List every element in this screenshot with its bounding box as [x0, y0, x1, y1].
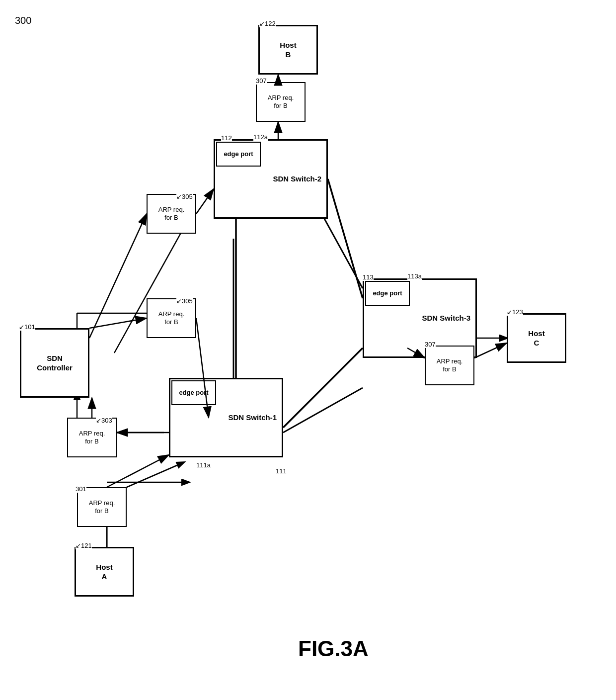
svg-line-20 [89, 318, 147, 328]
svg-line-27 [328, 179, 363, 298]
sdn-controller-box: SDNController [20, 328, 89, 398]
ref-111a: 111a [196, 461, 211, 469]
diagram-container: 300 SDNController ↙101 edge port SDN Swi… [0, 0, 616, 700]
host-b-box: HostB [258, 25, 318, 75]
host-c-box: HostC [507, 313, 566, 363]
host-a-box: HostA [75, 547, 134, 597]
ref-307a: 307 [256, 77, 267, 85]
svg-line-7 [283, 388, 363, 433]
fig-label: FIG.3A [298, 636, 369, 661]
svg-line-30 [474, 343, 507, 358]
sdn-switch2-label: SDN Switch-2 [273, 174, 321, 184]
ref-123: ↙123 [507, 308, 523, 316]
ref-305a: ↙305 [176, 193, 193, 200]
arp-req-305a-label: ARP req.for B [158, 206, 185, 222]
ref-121: ↙121 [76, 542, 92, 549]
svg-line-22 [89, 214, 147, 338]
ref-305b: ↙305 [176, 297, 193, 305]
ref-101: ↙101 [19, 323, 35, 331]
sdn-switch1-label: SDN Switch-1 [228, 413, 277, 423]
sdn-controller-label: SDNController [37, 353, 73, 373]
edge-port-sw3: edge port [365, 281, 410, 306]
sdn-switch1-box: edge port SDN Switch-1 [169, 378, 283, 457]
svg-line-26 [283, 348, 363, 428]
arp-req-307b: ARP req.for B [425, 346, 474, 385]
host-a-label: HostA [96, 562, 112, 582]
arp-req-301: ARP req.for B [77, 487, 127, 527]
ref-112: 112 [221, 134, 232, 142]
arp-req-303-label: ARP req.for B [79, 430, 105, 446]
arp-req-301-label: ARP req.for B [89, 499, 115, 516]
svg-line-17 [107, 455, 169, 487]
ref-112a: 112a [253, 133, 268, 141]
ref-303: ↙303 [96, 417, 112, 424]
arp-req-307a-label: ARP req.for B [268, 94, 294, 110]
svg-line-13 [127, 462, 184, 487]
arp-req-307a: ARP req.for B [256, 82, 306, 122]
ref-122: ↙122 [259, 20, 276, 27]
ref-307b: 307 [425, 341, 436, 348]
ref-113a: 113a [407, 272, 422, 280]
edge-port-sw2: edge port [216, 142, 261, 167]
edge-port-sw1: edge port [171, 380, 216, 405]
sdn-switch2-box: edge port SDN Switch-2 [214, 139, 328, 219]
ref-301: 301 [76, 485, 86, 493]
host-c-label: HostC [528, 329, 544, 348]
ref-113: 113 [363, 273, 374, 281]
host-b-label: HostB [280, 40, 296, 60]
svg-line-23 [196, 189, 214, 214]
arp-req-307b-label: ARP req.for B [437, 357, 463, 374]
sdn-switch3-label: SDN Switch-3 [422, 313, 470, 323]
diagram-number: 300 [15, 15, 31, 26]
arp-req-305b-label: ARP req.for B [158, 310, 185, 327]
ref-111: 111 [276, 467, 287, 475]
